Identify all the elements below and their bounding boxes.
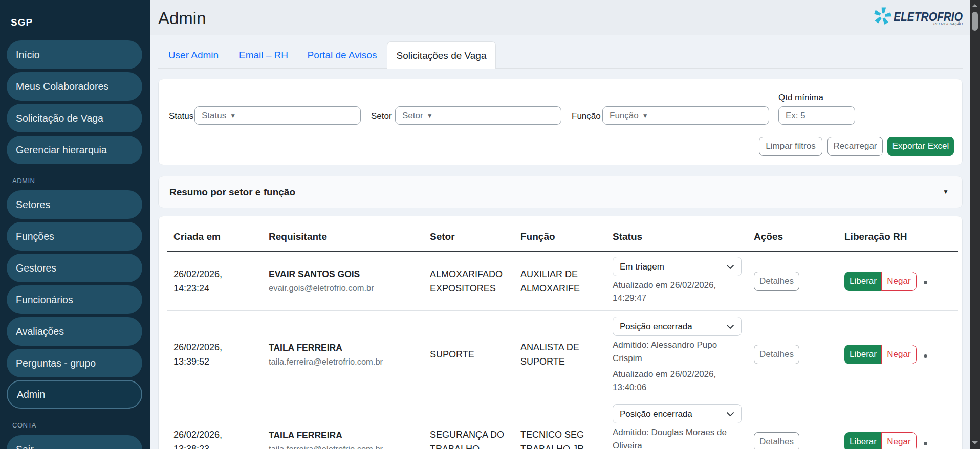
svg-text:REFRIGERAÇÃO: REFRIGERAÇÃO bbox=[933, 21, 963, 26]
